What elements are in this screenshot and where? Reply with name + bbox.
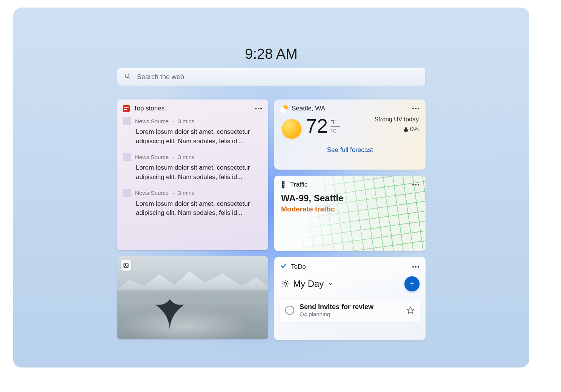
more-icon[interactable]: [255, 105, 262, 112]
news-source-thumb: [123, 189, 131, 197]
weather-condition: Strong UV today: [375, 116, 419, 123]
weather-location: Seattle, WA: [292, 105, 408, 112]
more-icon[interactable]: [412, 105, 420, 112]
news-age: 3 mins: [178, 118, 194, 124]
svg-line-22: [287, 286, 288, 286]
top-stories-widget[interactable]: Top stories News Source · 3 mins Lorem i…: [117, 100, 268, 250]
task-subtitle: Q4 planning: [300, 311, 401, 317]
news-headline: Lorem ipsum dolor sit amet, consectetur …: [123, 127, 262, 146]
task-item[interactable]: Send invites for review Q4 planning: [280, 298, 420, 322]
news-item[interactable]: News Source · 3 mins Lorem ipsum dolor s…: [123, 153, 262, 182]
svg-point-10: [412, 184, 414, 185]
news-item[interactable]: News Source · 3 mins Lorem ipsum dolor s…: [123, 117, 262, 146]
svg-point-13: [412, 266, 414, 268]
traffic-light-icon: [280, 181, 286, 188]
drop-icon: [404, 127, 408, 132]
news-age: 3 mins: [178, 154, 194, 160]
photos-icon: [121, 260, 131, 271]
see-full-forecast-link[interactable]: See full forecast: [274, 139, 426, 160]
news-source: News Source: [135, 154, 169, 160]
news-age: 3 mins: [178, 190, 194, 196]
more-icon[interactable]: [412, 263, 420, 271]
news-source: News Source: [135, 190, 169, 196]
chevron-down-icon[interactable]: [327, 281, 334, 287]
svg-point-8: [415, 108, 417, 109]
svg-point-16: [284, 282, 286, 285]
top-stories-title: Top stories: [134, 105, 251, 112]
todo-widget[interactable]: ToDo My Day: [274, 257, 426, 340]
star-icon[interactable]: [406, 306, 415, 314]
photos-widget[interactable]: [117, 256, 268, 339]
svg-point-7: [412, 108, 414, 109]
svg-marker-27: [407, 307, 414, 313]
task-title: Send invites for review: [300, 303, 401, 311]
svg-line-21: [283, 281, 283, 282]
svg-point-12: [418, 184, 419, 185]
svg-line-23: [283, 286, 283, 286]
svg-line-1: [129, 77, 130, 79]
sun-icon: [282, 119, 301, 139]
news-source-thumb: [123, 153, 131, 161]
news-source-thumb: [123, 117, 131, 125]
todo-icon: [280, 262, 287, 271]
news-headline: Lorem ipsum dolor sit amet, consectetur …: [123, 199, 262, 218]
news-icon: [123, 105, 130, 112]
weather-icon: [280, 105, 288, 112]
news-source: News Source: [135, 118, 169, 124]
unit-celsius[interactable]: °C: [331, 128, 337, 134]
search-box[interactable]: Search the web: [117, 68, 426, 86]
weather-temp: 72: [306, 116, 328, 136]
add-task-button[interactable]: [404, 276, 420, 291]
more-icon[interactable]: [412, 181, 420, 188]
todo-list-name[interactable]: My Day: [293, 279, 324, 289]
photo-subject: [147, 286, 192, 332]
todo-title: ToDo: [291, 263, 408, 271]
news-item[interactable]: News Source · 3 mins Lorem ipsum dolor s…: [123, 189, 262, 218]
svg-point-11: [415, 184, 417, 185]
precip-value: 0%: [410, 126, 419, 133]
news-headline: Lorem ipsum dolor sit amet, consectetur …: [123, 163, 262, 182]
traffic-widget[interactable]: Traffic WA-99, Seattle Moderate traffic: [274, 176, 426, 251]
traffic-status: Moderate traffic: [281, 205, 419, 213]
widgets-board: 9:28 AM Search the web Top stories: [13, 8, 529, 368]
svg-point-0: [125, 74, 129, 78]
svg-point-9: [418, 108, 419, 109]
search-icon: [124, 73, 131, 81]
traffic-route: WA-99, Seattle: [281, 193, 419, 204]
svg-point-3: [258, 108, 259, 109]
clock-time: 9:28 AM: [245, 46, 297, 62]
weather-widget[interactable]: Seattle, WA 72 °F °C: [274, 100, 426, 170]
unit-fahrenheit[interactable]: °F: [331, 118, 337, 125]
task-checkbox[interactable]: [285, 306, 294, 315]
svg-point-4: [260, 108, 262, 109]
svg-point-15: [418, 266, 419, 268]
my-day-icon: [281, 280, 289, 288]
search-placeholder: Search the web: [137, 73, 184, 81]
temp-unit-toggle[interactable]: °F °C: [331, 118, 340, 134]
traffic-title: Traffic: [290, 181, 408, 188]
svg-line-24: [287, 281, 288, 282]
photo-background: [117, 267, 268, 305]
svg-point-14: [415, 266, 417, 268]
svg-point-2: [255, 108, 257, 109]
